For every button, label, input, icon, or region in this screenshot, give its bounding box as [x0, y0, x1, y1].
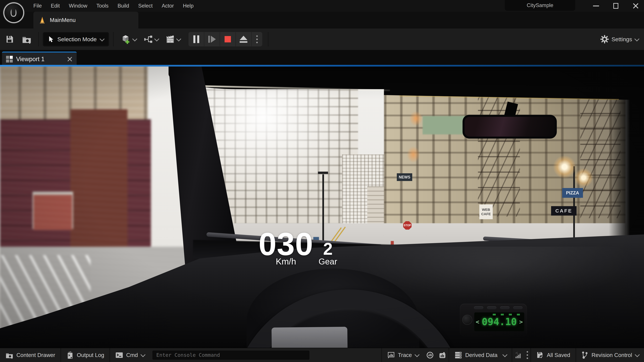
cmd-dropdown[interactable]: Cmd [110, 348, 150, 362]
kebab-menu-icon [256, 35, 258, 43]
derived-data-label: Derived Data [465, 352, 498, 358]
menu-window[interactable]: Window [64, 0, 92, 12]
viewport-tab-bar: Viewport 1 [0, 50, 644, 66]
tab-mainmenu[interactable]: MainMenu [33, 12, 138, 28]
cinematics-dropdown[interactable] [166, 34, 180, 44]
rearview-mirror-glass [464, 117, 555, 137]
menu-select[interactable]: Select [134, 0, 157, 12]
eject-button[interactable] [236, 32, 252, 46]
statusbar-options-button[interactable] [524, 351, 530, 359]
selection-mode-label: Selection Mode [57, 36, 96, 42]
all-saved-label: All Saved [547, 352, 570, 358]
histogram-icon [514, 352, 522, 359]
scene-news-sign: NEWS [397, 173, 412, 181]
stop-button[interactable] [220, 32, 236, 46]
trace-dropdown[interactable]: Trace [382, 348, 424, 362]
save-status-button[interactable]: All Saved [531, 348, 576, 362]
toolbar-separator [38, 32, 38, 46]
scene-lit-window [407, 146, 420, 163]
derived-data-dropdown[interactable]: Derived Data [449, 348, 512, 362]
radio-prev-arrow: < [476, 319, 480, 325]
pause-button[interactable] [188, 32, 204, 46]
scene-web-cafe-sign: WEBCAFE [479, 204, 493, 219]
radio-frequency: 094.10 [482, 316, 517, 328]
toolbar-separator [268, 32, 268, 46]
chevron-down-icon [132, 36, 137, 41]
radio-next-arrow: > [519, 319, 523, 325]
settings-dropdown[interactable]: Settings [600, 35, 638, 43]
menu-file[interactable]: File [29, 0, 46, 12]
play-options-button[interactable] [252, 32, 262, 46]
memory-histogram-indicator[interactable] [512, 352, 524, 359]
kebab-menu-icon [526, 351, 528, 359]
save-icon [5, 35, 14, 44]
cmd-label: Cmd [126, 352, 138, 358]
scene-fire-escape [478, 79, 520, 217]
cursor-icon [48, 36, 54, 42]
blueprints-dropdown[interactable] [144, 34, 158, 44]
chevron-down-icon [176, 36, 181, 41]
save-button[interactable] [3, 31, 16, 47]
scene-street-lamp-head [318, 172, 328, 174]
chevron-down-icon [414, 352, 420, 357]
trace-camera-icon [438, 351, 446, 359]
play-controls [188, 32, 262, 46]
chevron-down-icon [634, 36, 640, 41]
revision-control-dropdown[interactable]: Revision Control [576, 348, 644, 362]
scene-stop-sign: STOP [403, 221, 412, 230]
menu-build[interactable]: Build [113, 0, 134, 12]
status-bar: Content Drawer Output Log Cmd [0, 348, 644, 362]
scene-lit-window [409, 111, 422, 126]
trace-snapshot-button[interactable] [436, 351, 448, 359]
frame-skip-button[interactable] [204, 32, 220, 46]
cmd-prompt-icon [116, 352, 123, 359]
toolbar-separator [113, 32, 114, 46]
selection-mode-dropdown[interactable]: Selection Mode [43, 32, 109, 46]
chevron-down-icon [140, 352, 146, 357]
menu-edit[interactable]: Edit [46, 0, 64, 12]
center-console [272, 327, 348, 348]
insights-session-button[interactable] [424, 351, 436, 359]
tab-viewport-1[interactable]: Viewport 1 [2, 52, 77, 66]
tab-viewport-1-label: Viewport 1 [16, 56, 67, 63]
viewport-focus-accent [0, 66, 644, 66]
asset-tab-bar: MainMenu [0, 12, 644, 28]
menu-help[interactable]: Help [178, 0, 198, 12]
output-log-button[interactable]: Output Log [61, 348, 110, 362]
insights-circle-icon [426, 351, 434, 359]
window-title-text: CitySample [527, 2, 554, 8]
chevron-down-icon [100, 36, 105, 41]
rearview-mirror [462, 115, 557, 139]
scene-cafe-sign: CAFE [551, 206, 576, 216]
close-tab-icon[interactable] [67, 56, 72, 62]
folder-search-icon [22, 35, 32, 44]
server-stack-icon [454, 351, 462, 359]
restore-button[interactable] [610, 0, 621, 11]
content-browser-button[interactable] [20, 31, 34, 47]
close-button[interactable] [630, 0, 641, 11]
console-command-input[interactable] [152, 350, 310, 360]
gear-icon [600, 35, 609, 43]
close-icon [632, 3, 639, 9]
branch-icon [582, 351, 588, 359]
menu-actor[interactable]: Actor [157, 0, 178, 12]
tab-mainmenu-label: MainMenu [50, 17, 76, 23]
content-drawer-button[interactable]: Content Drawer [0, 348, 60, 362]
chevron-down-icon [635, 352, 640, 357]
unreal-editor-window: File Edit Window Tools Build Select Acto… [0, 0, 644, 362]
viewport-3d-scene[interactable]: NEWS PIZZA CAFE WEBCAFE STOP [0, 66, 644, 348]
scene-lamp-glow [553, 156, 576, 178]
eject-icon [240, 36, 247, 43]
menu-tools[interactable]: Tools [92, 0, 113, 12]
content-drawer-label: Content Drawer [16, 352, 55, 358]
scene-lamp-glow [574, 168, 593, 187]
settings-label: Settings [612, 36, 632, 42]
minimize-button[interactable] [591, 0, 602, 11]
radio-indicators [493, 314, 521, 316]
restore-icon [613, 3, 618, 9]
minimize-icon [593, 5, 599, 6]
title-bar: File Edit Window Tools Build Select Acto… [0, 0, 644, 12]
frame-skip-icon [208, 36, 216, 43]
floppy-check-icon [536, 352, 544, 359]
add-actor-dropdown[interactable] [122, 34, 136, 44]
